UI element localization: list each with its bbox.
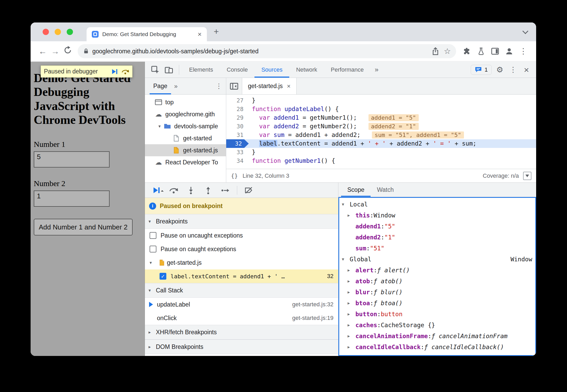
- scope-entry-global[interactable]: ▼GlobalWindow: [339, 254, 535, 265]
- close-devtools-icon[interactable]: ×: [520, 65, 532, 74]
- tree-item-devtools-sample[interactable]: ▾devtools-sample: [145, 120, 226, 132]
- pause-uncaught-checkbox[interactable]: [150, 232, 156, 239]
- xhr-breakpoints-section-header[interactable]: ▸ XHR/fetch Breakpoints: [145, 325, 338, 339]
- step-into-button[interactable]: [184, 186, 198, 194]
- call-stack-frame-updatelabel[interactable]: updateLabel get-started.js:32: [145, 298, 338, 311]
- pause-caught-exceptions-row[interactable]: Pause on caught exceptions: [145, 242, 338, 256]
- profile-avatar[interactable]: [502, 47, 516, 55]
- code-line-33[interactable]: 33}: [226, 148, 536, 157]
- breakpoint-entry[interactable]: ✓ label.textContent = addend1 + ' … 32: [145, 269, 338, 283]
- coverage-toggle-icon[interactable]: [523, 172, 531, 180]
- resume-button[interactable]: [149, 186, 164, 194]
- code-line-34[interactable]: 34function getNumber1() {: [226, 157, 536, 165]
- scope-entry-captureevents[interactable]: ▶captureEvents: ƒ captureEvents(): [339, 353, 535, 356]
- scope-entry-caches[interactable]: ▶caches: CacheStorage {}: [339, 320, 535, 331]
- minimize-window-button[interactable]: [55, 29, 61, 35]
- close-window-button[interactable]: [43, 29, 49, 35]
- devtools-tab-console[interactable]: Console: [220, 62, 255, 78]
- step-out-button[interactable]: [201, 186, 216, 194]
- scope-entry-sum[interactable]: sum: "51": [339, 243, 535, 254]
- back-button[interactable]: ←: [36, 47, 49, 56]
- devtools-tab-elements[interactable]: Elements: [182, 62, 220, 78]
- tab-scope[interactable]: Scope: [341, 183, 371, 197]
- devtools-tab-sources[interactable]: Sources: [254, 62, 289, 78]
- add-numbers-button[interactable]: Add Number 1 and Number 2: [34, 219, 133, 235]
- tree-item-top[interactable]: top: [145, 96, 226, 108]
- line-number-29[interactable]: 29: [226, 113, 249, 122]
- navigator-menu-kebab-icon[interactable]: ⋮: [212, 78, 226, 94]
- line-number-27[interactable]: 27: [226, 96, 249, 105]
- side-panel-icon[interactable]: [488, 48, 502, 55]
- navigator-tab-page[interactable]: Page: [150, 78, 171, 94]
- navigator-more-tabs[interactable]: »: [171, 78, 181, 94]
- line-number-34[interactable]: 34: [226, 157, 249, 165]
- code-line-28[interactable]: 28function updateLabel() {: [226, 105, 536, 113]
- tree-item-get-started[interactable]: get-started: [145, 132, 226, 144]
- pause-uncaught-exceptions-row[interactable]: Pause on uncaught exceptions: [145, 229, 338, 242]
- step-button[interactable]: [218, 187, 233, 194]
- line-number-31[interactable]: 31: [226, 131, 249, 139]
- pause-caught-checkbox[interactable]: [150, 246, 156, 252]
- editor-file-tab[interactable]: get-started.js ×: [242, 78, 297, 94]
- scope-entry-blur[interactable]: ▶blur: ƒ blur(): [339, 287, 535, 298]
- url-text[interactable]: googlechrome.github.io/devtools-samples/…: [92, 48, 427, 55]
- devtools-tab-performance[interactable]: Performance: [324, 62, 371, 78]
- code-line-32[interactable]: 32 label.textContent = addend1 + ' + ' +…: [226, 139, 536, 148]
- scope-entry-cancelidlecallback[interactable]: ▶cancelIdleCallback: ƒ cancelIdleCallbac…: [339, 342, 535, 353]
- line-number-28[interactable]: 28: [226, 105, 249, 113]
- scope-entry-btoa[interactable]: ▶btoa: ƒ btoa(): [339, 298, 535, 309]
- new-tab-button[interactable]: +: [214, 27, 219, 37]
- hide-navigator-icon[interactable]: [226, 78, 242, 94]
- tree-item-get-started-js[interactable]: get-started.js: [145, 144, 226, 156]
- devtools-menu-kebab-icon[interactable]: ⋮: [508, 65, 518, 74]
- bookmark-star-icon[interactable]: ☆: [444, 47, 451, 55]
- maximize-window-button[interactable]: [67, 29, 73, 35]
- number2-input[interactable]: 1: [34, 191, 110, 207]
- console-messages-badge[interactable]: 1: [471, 65, 492, 75]
- breakpoint-file-group[interactable]: ▾ get-started.js: [145, 256, 338, 269]
- scope-entry-addend2[interactable]: addend2: "1": [339, 232, 535, 243]
- line-number-30[interactable]: 30: [226, 122, 249, 131]
- tree-item-react-developer-to[interactable]: ☁React Developer To: [145, 156, 226, 168]
- code-line-27[interactable]: 27}: [226, 96, 536, 105]
- call-stack-frame-onclick[interactable]: onClick get-started.js:19: [145, 311, 338, 325]
- step-over-button[interactable]: [166, 187, 181, 194]
- scope-entry-button[interactable]: ▶button: button: [339, 309, 535, 320]
- more-tabs-button[interactable]: »: [371, 66, 383, 74]
- pretty-print-icon[interactable]: {}: [231, 172, 238, 179]
- scope-entry-this[interactable]: ▶this: Window: [339, 210, 535, 221]
- forward-button[interactable]: →: [49, 47, 61, 56]
- settings-gear-icon[interactable]: ⚙: [494, 65, 506, 74]
- extensions-puzzle-icon[interactable]: [460, 47, 474, 55]
- tab-search-chevron-icon[interactable]: [523, 28, 529, 34]
- inspect-element-icon[interactable]: [149, 66, 162, 74]
- number1-input[interactable]: 5: [34, 151, 110, 168]
- tree-item-googlechrome-gith[interactable]: ☁googlechrome.gith: [145, 108, 226, 120]
- breakpoints-section-header[interactable]: ▾ Breakpoints: [145, 214, 338, 229]
- flask-extension-icon[interactable]: [474, 47, 488, 55]
- browser-menu-kebab-icon[interactable]: ⋮: [516, 47, 530, 55]
- editor-file-tab-close-icon[interactable]: ×: [287, 83, 291, 90]
- reload-button[interactable]: [61, 46, 74, 56]
- call-stack-section-header[interactable]: ▾ Call Stack: [145, 283, 338, 298]
- browser-tab[interactable]: Demo: Get Started Debugging ×: [87, 27, 207, 41]
- device-toolbar-icon[interactable]: [162, 66, 176, 74]
- scope-entry-local[interactable]: ▼Local: [339, 199, 535, 210]
- scope-entry-addend1[interactable]: addend1: "5": [339, 221, 535, 232]
- resume-script-icon[interactable]: [111, 68, 118, 75]
- deactivate-breakpoints-button[interactable]: [241, 187, 256, 194]
- code-line-31[interactable]: 31 var sum = addend1 + addend2;sum = "51…: [226, 131, 536, 139]
- scope-entry-cancelanimationframe[interactable]: ▶cancelAnimationFrame: ƒ cancelAnimation…: [339, 331, 535, 342]
- share-icon[interactable]: [432, 47, 439, 55]
- step-over-tooltip-icon[interactable]: [121, 68, 129, 75]
- breakpoint-checkbox[interactable]: ✓: [160, 273, 166, 280]
- devtools-tab-network[interactable]: Network: [289, 62, 324, 78]
- line-number-33[interactable]: 33: [226, 148, 249, 157]
- address-bar[interactable]: googlechrome.github.io/devtools-samples/…: [78, 44, 456, 58]
- scope-entry-alert[interactable]: ▶alert: ƒ alert(): [339, 265, 535, 276]
- tab-close-icon[interactable]: ×: [198, 31, 202, 38]
- line-number-32[interactable]: 32: [226, 139, 249, 148]
- scope-entry-atob[interactable]: ▶atob: ƒ atob(): [339, 276, 535, 287]
- tab-watch[interactable]: Watch: [371, 183, 400, 197]
- code-line-30[interactable]: 30 var addend2 = getNumber2();addend2 = …: [226, 122, 536, 131]
